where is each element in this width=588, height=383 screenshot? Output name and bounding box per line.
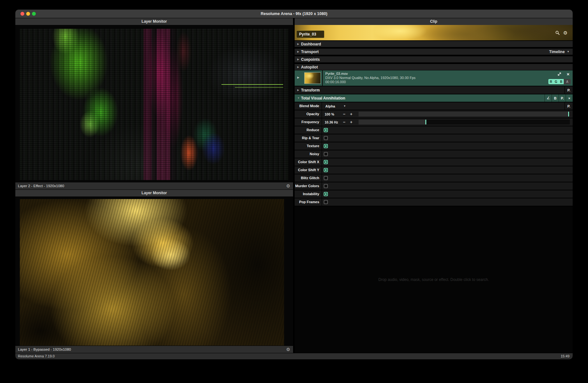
blend-mode-value[interactable]: Alpha	[325, 104, 335, 108]
layer1-caption: Layer 1 - Bypassed - 1920x1080	[18, 347, 71, 351]
decrement-button[interactable]: −	[341, 112, 348, 116]
group-label: Transform	[301, 88, 320, 92]
section-row-autopilot[interactable]: ▶Autopilot	[295, 64, 573, 70]
param-label: Blitz Glitch	[295, 174, 322, 182]
checkbox-noisy[interactable]	[324, 152, 328, 156]
slider-handle[interactable]	[568, 112, 569, 116]
params-preset-button[interactable]: P.	[564, 86, 573, 94]
chevron-down-icon[interactable]: ▼	[344, 105, 346, 108]
param-body	[322, 174, 573, 182]
param-row-murder-colors: Murder Colors	[295, 182, 573, 190]
param-row-blitz-glitch: Blitz Glitch	[295, 174, 573, 182]
param-row-instability: Instability	[295, 190, 573, 198]
bypass-button[interactable]: B	[552, 94, 559, 102]
gear-icon[interactable]: ⚙	[286, 182, 290, 189]
clock-text: 15:49	[561, 353, 569, 359]
clip-thumbnail-strip[interactable]: Pyrite_03 ⚙	[295, 25, 573, 40]
chevron-right-icon: ▶	[297, 43, 300, 45]
search-icon[interactable]	[555, 31, 560, 35]
param-row-color-shift-x: Color Shift X	[295, 158, 573, 166]
layer2-video-preview	[20, 29, 289, 180]
decrement-button[interactable]: −	[341, 120, 348, 124]
param-label: Texture Bender	[295, 142, 322, 150]
layer1-video-preview	[20, 199, 284, 346]
param-label: Color Shift X	[295, 158, 322, 166]
clip-sections: ▶Dashboard▶TransportTimeline▼▶Cuepoints▶…	[295, 41, 573, 72]
status-bar: Resolume Arena 7.19.0 15:49	[15, 353, 573, 359]
layer-monitor-header-bottom: Layer Monitor	[15, 190, 293, 196]
chevron-right-icon: ▶	[297, 89, 300, 92]
param-row-color-shift-y: Color Shift Y	[295, 166, 573, 174]
channel-toggle-g[interactable]: G	[553, 79, 559, 84]
increment-button[interactable]: +	[348, 120, 355, 124]
effect-header-total-visual-annihilation[interactable]: ▼Total Visual Annihilation∠BP.×	[295, 94, 573, 102]
param-label: Blend Mode	[295, 102, 322, 110]
param-body	[322, 150, 573, 158]
section-label: Autopilot	[301, 65, 318, 69]
increment-button[interactable]: +	[348, 112, 355, 116]
checkbox-rip-tear[interactable]	[324, 136, 328, 140]
close-icon[interactable]: ×	[567, 72, 569, 76]
param-body	[322, 134, 573, 142]
param-label: Rip & Tear	[295, 134, 322, 142]
param-value[interactable]: 100 %	[325, 112, 341, 116]
drop-hint-text: Drop audio, video, mask, source or effec…	[378, 277, 489, 282]
chevron-down-icon: ▼	[297, 97, 300, 100]
param-body: 10.36 Hz−+	[322, 118, 573, 126]
section-label: Cuepoints	[301, 57, 320, 62]
clip-drop-zone[interactable]: Drop audio, video, mask, source or effec…	[295, 206, 573, 353]
checkbox-reduce-quality[interactable]	[324, 128, 328, 132]
clip-name-field[interactable]: Pyrite_03	[296, 30, 324, 38]
clip-file-row[interactable]: ▶ Pyrite_03.mov DXV 3.0 Normal Quality, …	[295, 70, 573, 86]
rgba-channel-toggles: RGBA	[548, 79, 571, 84]
gear-icon[interactable]: ⚙	[563, 30, 568, 35]
section-row-dashboard[interactable]: ▶Dashboard	[295, 41, 573, 47]
divider	[322, 70, 323, 86]
param-body	[322, 182, 573, 190]
params-button[interactable]: P.	[559, 94, 566, 102]
params-preset-button[interactable]: P.	[564, 102, 573, 110]
param-label: Instability	[295, 190, 322, 198]
param-label: Color Shift Y	[295, 166, 322, 174]
layer2-caption-bar: Layer 2 - Effect - 1920x1080 ⚙	[15, 182, 293, 189]
clip-file-thumbnail	[304, 72, 321, 84]
section-row-cuepoints[interactable]: ▶Cuepoints	[295, 56, 573, 62]
channel-toggle-a[interactable]: A	[564, 79, 571, 84]
param-body	[322, 142, 573, 150]
clip-panel: Pyrite_03 ⚙ ▶Dashboard▶TransportTimeline…	[295, 10, 573, 353]
checkbox-murder-colors[interactable]	[324, 184, 328, 188]
param-slider[interactable]	[359, 120, 570, 124]
transport-mode-dropdown[interactable]: Timeline▼	[549, 50, 569, 54]
checkbox-blitz-glitch[interactable]	[324, 176, 328, 180]
transport-mode-value: Timeline	[549, 50, 565, 54]
gear-icon[interactable]: ⚙	[286, 346, 290, 353]
expand-icon[interactable]	[557, 72, 561, 76]
param-value[interactable]: 10.36 Hz	[325, 120, 341, 124]
checkbox-pop-frames[interactable]	[324, 200, 328, 204]
slider-handle[interactable]	[425, 120, 426, 124]
param-body: Alpha▼P.	[322, 102, 573, 110]
clip-file-duration: 00:00:16.000	[325, 80, 415, 84]
clip-file-name: Pyrite_03.mov	[325, 72, 415, 76]
layer-monitor-header-top: Layer Monitor	[15, 18, 293, 25]
section-row-transport[interactable]: ▶TransportTimeline▼	[295, 49, 573, 55]
param-label: Reduce Quality	[295, 126, 322, 134]
checkbox-color-shift-x[interactable]	[324, 160, 328, 164]
checkbox-texture-bender[interactable]	[324, 144, 328, 148]
param-slider[interactable]	[359, 112, 570, 116]
layer2-monitor-area	[15, 25, 293, 182]
chevron-right-icon: ▶	[297, 50, 300, 53]
channel-toggle-r[interactable]: R	[548, 79, 553, 84]
app-version-text: Resolume Arena 7.19.0	[18, 353, 55, 359]
clip-file-details: DXV 3.0 Normal Quality, No Alpha, 1920x1…	[325, 76, 415, 80]
channel-toggle-b[interactable]: B	[559, 79, 564, 84]
clip-parameter-rows: ▶TransformP.▼Total Visual Annihilation∠B…	[295, 86, 573, 206]
checkbox-color-shift-y[interactable]	[324, 168, 328, 172]
checkbox-instability[interactable]	[324, 192, 328, 196]
param-label: Murder Colors	[295, 182, 322, 190]
animate-button[interactable]: ∠	[545, 94, 552, 102]
group-row-transform[interactable]: ▶TransformP.	[295, 86, 573, 94]
expander-triangle-icon[interactable]: ▶	[297, 76, 299, 79]
desktop-background: Resolume Arena - 9fx (1920 x 1080) Layer…	[0, 0, 588, 383]
remove-effect-button[interactable]: ×	[566, 94, 573, 102]
